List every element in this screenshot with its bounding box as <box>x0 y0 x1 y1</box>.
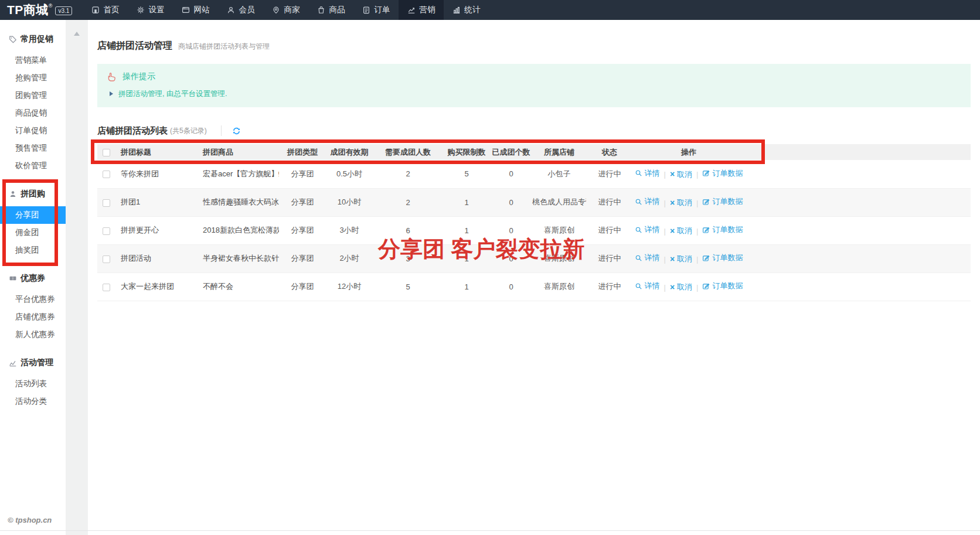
brand-registered-mark: ® <box>49 3 53 9</box>
cell-status: 进行中 <box>586 160 633 188</box>
edit-icon <box>702 282 710 290</box>
cell-product: 半身裙女春秋中长款针织... <box>203 244 279 272</box>
order-data-link[interactable]: 订单数据 <box>702 168 743 179</box>
row-checkbox[interactable] <box>103 284 110 291</box>
cancel-link[interactable]: ×取消 <box>670 254 692 264</box>
sidebar-item-platform-coupon[interactable]: 平台优惠券 <box>0 291 66 308</box>
select-all-checkbox[interactable] <box>103 149 110 156</box>
nav-label: 商品 <box>329 5 345 15</box>
sidebar-item-presale[interactable]: 预售管理 <box>0 139 66 157</box>
sidebar-item-commission-group[interactable]: 佣金团 <box>0 224 66 241</box>
edit-icon <box>702 226 710 234</box>
detail-link[interactable]: 详情 <box>635 224 660 235</box>
cancel-link[interactable]: ×取消 <box>670 169 692 180</box>
hint-title: 操作提示 <box>122 71 155 82</box>
nav-item-stats[interactable]: 统计 <box>444 0 489 20</box>
cell-actions: 详情|×取消|订单数据 <box>633 244 744 272</box>
row-checkbox[interactable] <box>103 255 110 263</box>
scroll-up-icon[interactable] <box>74 32 80 36</box>
row-checkbox[interactable] <box>103 171 110 178</box>
merchant-icon <box>272 6 280 14</box>
nav-item-settings[interactable]: 设置 <box>128 0 173 20</box>
row-checkbox[interactable] <box>103 227 110 235</box>
version-badge: v3.1 <box>55 6 72 15</box>
detail-link[interactable]: 详情 <box>635 253 660 263</box>
table-row: 大家一起来拼团 不醉不会 分享团 12小时 5 1 0 喜斯原创 进行中 详情|… <box>97 272 971 301</box>
cell-people: 2 <box>373 188 443 216</box>
search-icon <box>635 198 642 206</box>
activity-icon <box>9 359 17 367</box>
sidebar-item-flash-sale[interactable]: 抢购管理 <box>0 69 66 87</box>
website-icon <box>182 6 190 14</box>
detail-link[interactable]: 详情 <box>635 281 660 291</box>
cancel-x-icon: × <box>670 199 675 207</box>
pintuan-table: 拼团标题 拼团商品 拼团类型 成团有效期 需要成团人数 购买限制数 已成团个数 … <box>97 144 971 301</box>
brand-logo[interactable]: TP商城 ® v3.1 <box>0 1 77 19</box>
goods-icon <box>317 6 325 14</box>
cell-formed: 0 <box>490 216 532 244</box>
sidebar-item-newuser-coupon[interactable]: 新人优惠券 <box>0 326 66 343</box>
order-data-link[interactable]: 订单数据 <box>702 196 743 207</box>
cell-validity: 0.5小时 <box>326 160 373 188</box>
nav-label: 营销 <box>419 5 435 15</box>
table-row: 拼团1 性感情趣骚睡衣大码冰丝... 分享团 10小时 2 1 0 桃色成人用品… <box>97 188 971 216</box>
sidebar-item-lottery-group[interactable]: 抽奖团 <box>0 241 66 259</box>
cell-validity: 10小时 <box>326 188 373 216</box>
nav-item-marketing[interactable]: 营销 <box>399 0 444 20</box>
topnav: 首页 设置 网站 会员 商家 商品 <box>83 0 489 20</box>
col-title: 拼团标题 <box>121 144 203 160</box>
refresh-button[interactable] <box>232 127 241 135</box>
col-shop: 所属店铺 <box>532 144 586 160</box>
cell-status: 进行中 <box>586 188 633 216</box>
cell-limit: 1 <box>443 244 490 272</box>
table-row: 拼团活动 半身裙女春秋中长款针织... 分享团 2小时 3 1 0 喜斯原创 进… <box>97 244 971 272</box>
sidebar-item-activity-list[interactable]: 活动列表 <box>0 375 66 393</box>
sidebar-item-shop-coupon[interactable]: 店铺优惠券 <box>0 308 66 326</box>
list-record-count: (共5条记录) <box>170 126 207 136</box>
order-icon <box>362 6 370 14</box>
sidebar-item-group-purchase[interactable]: 团购管理 <box>0 87 66 104</box>
order-data-link[interactable]: 订单数据 <box>702 253 743 263</box>
col-formed: 已成团个数 <box>490 144 532 160</box>
cancel-link[interactable]: ×取消 <box>670 282 692 292</box>
sidebar-item-goods-promo[interactable]: 商品促销 <box>0 104 66 122</box>
nav-item-members[interactable]: 会员 <box>218 0 263 20</box>
cell-limit: 1 <box>443 216 490 244</box>
detail-link[interactable]: 详情 <box>635 168 660 179</box>
nav-item-merchant[interactable]: 商家 <box>263 0 308 20</box>
nav-item-website[interactable]: 网站 <box>173 0 218 20</box>
order-data-link[interactable]: 订单数据 <box>702 224 743 235</box>
sidebar-gutter <box>66 20 88 535</box>
gear-icon <box>137 6 145 14</box>
cell-shop: 喜斯原创 <box>532 216 586 244</box>
cell-people: 2 <box>373 160 443 188</box>
sidebar-item-order-promo[interactable]: 订单促销 <box>0 122 66 139</box>
cell-people: 5 <box>373 272 443 301</box>
col-product: 拼团商品 <box>203 144 279 160</box>
bottom-border-line <box>0 530 980 531</box>
page-header: 店铺拼团活动管理 商城店铺拼团活动列表与管理 <box>97 40 971 52</box>
cancel-x-icon: × <box>670 284 675 291</box>
screen: TP商城 ® v3.1 首页 设置 网站 会员 商家 <box>0 0 980 535</box>
table-header: 拼团标题 拼团商品 拼团类型 成团有效期 需要成团人数 购买限制数 已成团个数 … <box>97 144 971 160</box>
sidebar-item-marketing-menu[interactable]: 营销菜单 <box>0 52 66 69</box>
detail-link[interactable]: 详情 <box>635 196 660 207</box>
nav-item-goods[interactable]: 商品 <box>308 0 353 20</box>
sidebar-item-share-group[interactable]: 分享团 <box>0 206 66 224</box>
cell-actions: 详情|×取消|订单数据 <box>633 216 744 244</box>
sidebar-item-bargain[interactable]: 砍价管理 <box>0 157 66 175</box>
cancel-link[interactable]: ×取消 <box>670 197 692 208</box>
row-checkbox[interactable] <box>103 199 110 207</box>
cell-product: 不醉不会 <box>203 272 279 301</box>
table-row: 拼拼更开心 2018新款白色宽松薄款套... 分享团 3小时 6 1 0 喜斯原… <box>97 216 971 244</box>
nav-item-home[interactable]: 首页 <box>83 0 128 20</box>
sidebar: 常用促销 营销菜单 抢购管理 团购管理 商品促销 订单促销 预售管理 砍价管理 … <box>0 20 66 535</box>
sidebar-item-activity-category[interactable]: 活动分类 <box>0 393 66 410</box>
order-data-link[interactable]: 订单数据 <box>702 281 743 291</box>
col-limit: 购买限制数 <box>443 144 490 160</box>
col-actions: 操作 <box>633 144 744 160</box>
nav-item-orders[interactable]: 订单 <box>353 0 399 20</box>
nav-label: 订单 <box>374 5 390 15</box>
cell-title: 拼团活动 <box>121 244 203 272</box>
cancel-link[interactable]: ×取消 <box>670 226 692 236</box>
